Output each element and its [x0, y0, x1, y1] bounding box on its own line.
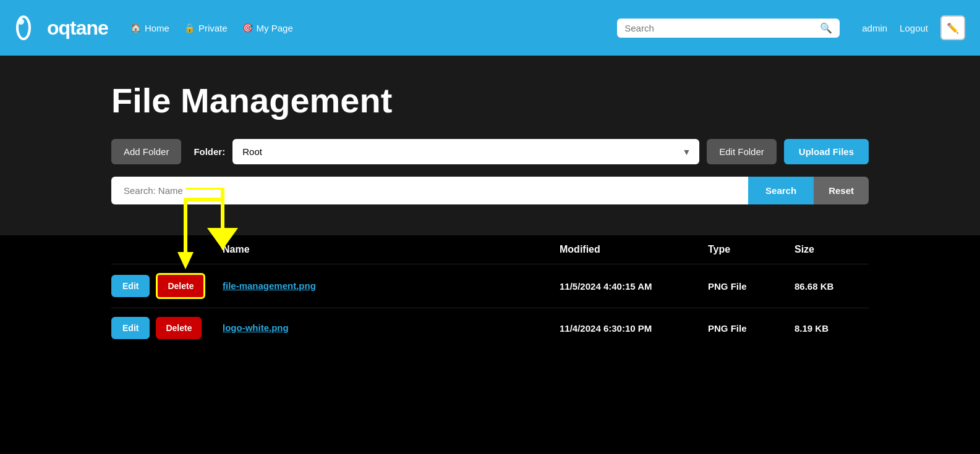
type-row-2: PNG File: [708, 323, 795, 334]
row-2-actions: Edit Delete: [111, 317, 223, 339]
col-type-header: Type: [708, 244, 795, 255]
file-reset-button[interactable]: Reset: [814, 177, 869, 204]
edit-mode-button[interactable]: ✏️: [940, 15, 965, 40]
table-row: Edit Delete file-management.png 11/5/202…: [111, 264, 869, 308]
file-search-input[interactable]: [111, 177, 748, 204]
modified-row-2: 11/4/2024 6:30:10 PM: [560, 323, 708, 334]
col-size-header: Size: [795, 244, 869, 255]
logo-text: oqtane: [47, 17, 108, 40]
svg-point-1: [18, 19, 24, 25]
nav-home-label: Home: [145, 23, 169, 33]
lock-icon: 🔒: [184, 23, 195, 33]
nav: 🏠 Home 🔒 Private 🎯 My Page: [130, 23, 605, 33]
type-row-1: PNG File: [708, 281, 795, 292]
logo-icon: [15, 14, 42, 41]
col-modified-header: Modified: [560, 244, 708, 255]
logo: oqtane: [15, 14, 108, 41]
nav-private-label: Private: [198, 23, 228, 33]
folder-select[interactable]: Root: [232, 139, 699, 164]
upload-files-button[interactable]: Upload Files: [784, 139, 869, 164]
header: oqtane 🏠 Home 🔒 Private 🎯 My Page 🔍 admi…: [0, 0, 980, 56]
file-link-row-1[interactable]: file-management.png: [223, 280, 316, 291]
global-search-area: 🔍: [617, 19, 840, 38]
table-header: Name Modified Type Size: [111, 235, 869, 264]
size-row-2: 8.19 KB: [795, 323, 869, 334]
logout-button[interactable]: Logout: [900, 23, 928, 33]
edit-button-row-1[interactable]: Edit: [111, 275, 150, 297]
admin-label: admin: [862, 23, 887, 33]
file-search-button[interactable]: Search: [748, 177, 814, 204]
nav-mypage[interactable]: 🎯 My Page: [242, 23, 293, 33]
modified-row-1: 11/5/2024 4:40:15 AM: [560, 281, 708, 292]
page-title: File Management: [111, 80, 869, 120]
folder-label: Folder:: [194, 146, 225, 157]
nav-home[interactable]: 🏠 Home: [130, 23, 169, 33]
delete-button-row-1[interactable]: Delete: [156, 273, 205, 299]
table-row: Edit Delete logo-white.png 11/4/2024 6:3…: [111, 308, 869, 348]
global-search-button[interactable]: 🔍: [820, 22, 832, 34]
file-name-row-1: file-management.png: [223, 280, 560, 292]
add-folder-button[interactable]: Add Folder: [111, 139, 181, 164]
file-name-row-2: logo-white.png: [223, 322, 560, 334]
row-1-actions: Edit Delete: [111, 273, 223, 299]
global-search-input[interactable]: [624, 23, 815, 33]
size-row-1: 86.68 KB: [795, 281, 869, 292]
folder-select-wrap: Root ▼: [232, 139, 699, 164]
header-right: admin Logout ✏️: [862, 15, 965, 40]
file-link-row-2[interactable]: logo-white.png: [223, 322, 289, 333]
edit-button-row-2[interactable]: Edit: [111, 317, 150, 339]
target-icon: 🎯: [242, 23, 253, 33]
nav-mypage-label: My Page: [257, 23, 293, 33]
home-icon: 🏠: [130, 23, 141, 33]
nav-private[interactable]: 🔒 Private: [184, 23, 228, 33]
hero-area: File Management Add Folder Folder: Root …: [0, 56, 980, 235]
edit-folder-button[interactable]: Edit Folder: [707, 139, 777, 164]
col-name-header: Name: [223, 244, 560, 255]
file-search-area: Search Reset: [111, 177, 869, 204]
delete-button-row-2[interactable]: Delete: [156, 317, 202, 339]
main-content: Name Modified Type Size Edit Delete file…: [0, 235, 980, 372]
toolbar: Add Folder Folder: Root ▼ Edit Folder Up…: [111, 139, 869, 164]
